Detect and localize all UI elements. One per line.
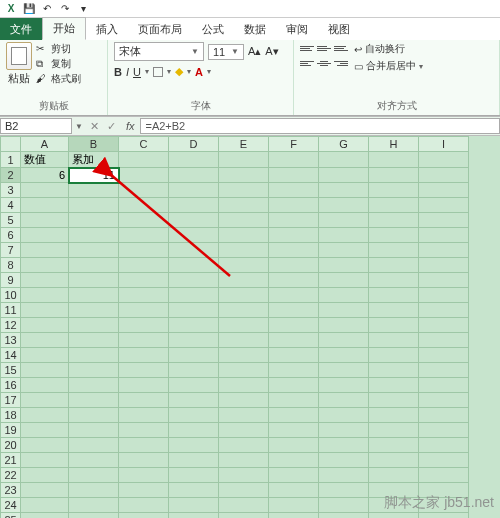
cell-A22[interactable]: [21, 468, 69, 483]
cell-B8[interactable]: [69, 258, 119, 273]
format-painter-button[interactable]: 🖌格式刷: [36, 72, 81, 86]
cell-B3[interactable]: [69, 183, 119, 198]
align-right-button[interactable]: [334, 57, 348, 69]
cell-C23[interactable]: [119, 483, 169, 498]
cell-B4[interactable]: [69, 198, 119, 213]
cell-C22[interactable]: [119, 468, 169, 483]
cell-A1[interactable]: 数值: [21, 152, 69, 168]
cell-G12[interactable]: [319, 318, 369, 333]
row-header-12[interactable]: 12: [1, 318, 21, 333]
cell-C3[interactable]: [119, 183, 169, 198]
tab-review[interactable]: 审阅: [276, 19, 318, 40]
tab-page-layout[interactable]: 页面布局: [128, 19, 192, 40]
cell-D9[interactable]: [169, 273, 219, 288]
row-header-8[interactable]: 8: [1, 258, 21, 273]
name-box[interactable]: B2: [0, 118, 72, 134]
cell-F21[interactable]: [269, 453, 319, 468]
select-all[interactable]: [1, 137, 21, 152]
cell-H15[interactable]: [369, 363, 419, 378]
copy-button[interactable]: ⧉复制: [36, 57, 81, 71]
qat-more-icon[interactable]: ▾: [76, 2, 90, 16]
italic-button[interactable]: I: [126, 66, 129, 78]
col-header-I[interactable]: I: [419, 137, 469, 152]
cell-G9[interactable]: [319, 273, 369, 288]
redo-icon[interactable]: ↷: [58, 2, 72, 16]
cell-C8[interactable]: [119, 258, 169, 273]
row-header-4[interactable]: 4: [1, 198, 21, 213]
cell-H22[interactable]: [369, 468, 419, 483]
cell-D7[interactable]: [169, 243, 219, 258]
cell-F8[interactable]: [269, 258, 319, 273]
cell-H8[interactable]: [369, 258, 419, 273]
cell-F17[interactable]: [269, 393, 319, 408]
cell-C15[interactable]: [119, 363, 169, 378]
cell-G18[interactable]: [319, 408, 369, 423]
formula-bar[interactable]: =A2+B2: [140, 118, 500, 134]
cell-D8[interactable]: [169, 258, 219, 273]
wrap-text-button[interactable]: ↩自动换行: [354, 42, 423, 56]
cell-I17[interactable]: [419, 393, 469, 408]
cell-D4[interactable]: [169, 198, 219, 213]
cell-G3[interactable]: [319, 183, 369, 198]
cell-B21[interactable]: [69, 453, 119, 468]
cell-E2[interactable]: [219, 168, 269, 183]
row-header-24[interactable]: 24: [1, 498, 21, 513]
cell-B19[interactable]: [69, 423, 119, 438]
cell-C16[interactable]: [119, 378, 169, 393]
cell-C6[interactable]: [119, 228, 169, 243]
cell-H4[interactable]: [369, 198, 419, 213]
cell-I8[interactable]: [419, 258, 469, 273]
cell-H1[interactable]: [369, 152, 419, 168]
cell-B1[interactable]: 累加: [69, 152, 119, 168]
row-header-13[interactable]: 13: [1, 333, 21, 348]
cell-B13[interactable]: [69, 333, 119, 348]
cell-C21[interactable]: [119, 453, 169, 468]
cell-D21[interactable]: [169, 453, 219, 468]
row-header-2[interactable]: 2: [1, 168, 21, 183]
cell-H17[interactable]: [369, 393, 419, 408]
cell-C11[interactable]: [119, 303, 169, 318]
cell-I21[interactable]: [419, 453, 469, 468]
cell-C25[interactable]: [119, 513, 169, 519]
grid[interactable]: ABCDEFGHI1数值累加26113456789101112131415161…: [0, 136, 469, 518]
cancel-icon[interactable]: ✕: [86, 120, 103, 133]
cell-H19[interactable]: [369, 423, 419, 438]
font-size-select[interactable]: 11▼: [208, 44, 244, 60]
cell-A12[interactable]: [21, 318, 69, 333]
cell-F11[interactable]: [269, 303, 319, 318]
cell-B9[interactable]: [69, 273, 119, 288]
merge-center-button[interactable]: ▭合并后居中▾: [354, 59, 423, 73]
cell-E8[interactable]: [219, 258, 269, 273]
cell-D16[interactable]: [169, 378, 219, 393]
cell-D22[interactable]: [169, 468, 219, 483]
col-header-H[interactable]: H: [369, 137, 419, 152]
cell-H7[interactable]: [369, 243, 419, 258]
undo-icon[interactable]: ↶: [40, 2, 54, 16]
paste-button[interactable]: 粘贴: [6, 42, 32, 86]
cell-C7[interactable]: [119, 243, 169, 258]
cell-G19[interactable]: [319, 423, 369, 438]
cell-F15[interactable]: [269, 363, 319, 378]
cell-C4[interactable]: [119, 198, 169, 213]
row-header-9[interactable]: 9: [1, 273, 21, 288]
row-header-19[interactable]: 19: [1, 423, 21, 438]
cell-A2[interactable]: 6: [21, 168, 69, 183]
tab-home[interactable]: 开始: [42, 17, 86, 40]
cell-B20[interactable]: [69, 438, 119, 453]
cell-D10[interactable]: [169, 288, 219, 303]
cell-G20[interactable]: [319, 438, 369, 453]
cell-F1[interactable]: [269, 152, 319, 168]
cell-G23[interactable]: [319, 483, 369, 498]
underline-button[interactable]: U: [133, 66, 141, 78]
cell-C24[interactable]: [119, 498, 169, 513]
cell-D24[interactable]: [169, 498, 219, 513]
cell-C12[interactable]: [119, 318, 169, 333]
cell-I25[interactable]: [419, 513, 469, 519]
col-header-F[interactable]: F: [269, 137, 319, 152]
cell-B10[interactable]: [69, 288, 119, 303]
cell-G22[interactable]: [319, 468, 369, 483]
row-header-10[interactable]: 10: [1, 288, 21, 303]
cell-G4[interactable]: [319, 198, 369, 213]
row-header-23[interactable]: 23: [1, 483, 21, 498]
cell-H12[interactable]: [369, 318, 419, 333]
